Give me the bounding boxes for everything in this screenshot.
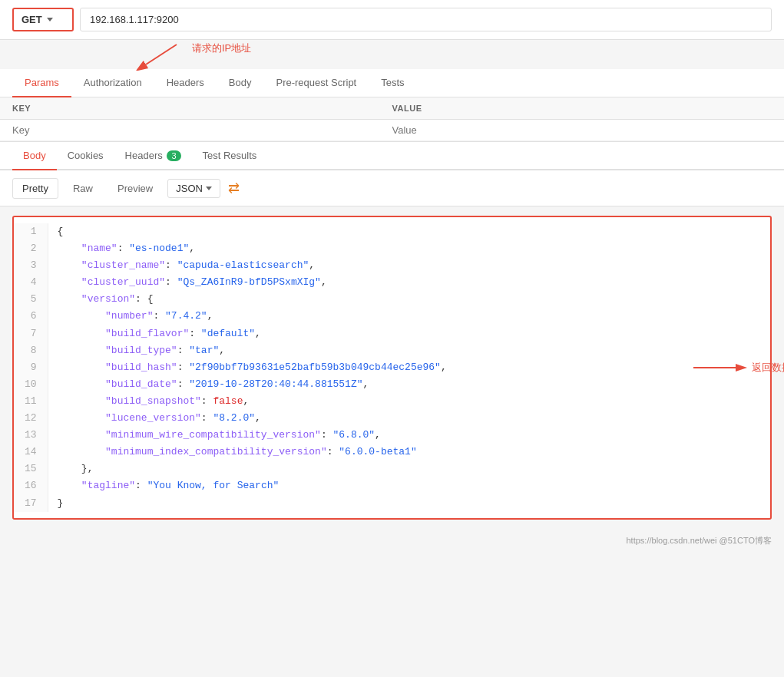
tabs-bar: Params Authorization Headers Body Pre-re… <box>0 69 784 97</box>
line-numbers: 12345 678910 1112131415 1617 <box>14 223 48 512</box>
kv-section: KEY VALUE <box>0 97 784 142</box>
url-input[interactable] <box>80 8 772 31</box>
return-annotation: 返回数据 <box>693 360 784 375</box>
kv-key-input[interactable] <box>12 124 392 136</box>
kv-row <box>0 120 784 141</box>
method-label: GET <box>22 14 42 25</box>
ip-annotation-text: 请求的IP地址 <box>192 41 251 55</box>
pretty-btn[interactable]: Pretty <box>12 178 58 199</box>
watermark: https://blog.csdn.net/wei @51CTO博客 <box>0 529 784 553</box>
json-chevron-icon <box>206 187 212 190</box>
tab-headers[interactable]: Headers <box>154 69 217 97</box>
kv-header: KEY VALUE <box>0 97 784 120</box>
wrap-icon[interactable]: ⇄ <box>225 177 243 200</box>
format-toolbar: Pretty Raw Preview JSON ⇄ <box>0 170 784 206</box>
method-dropdown[interactable]: GET <box>12 8 74 31</box>
svg-line-0 <box>146 45 177 64</box>
resp-tab-cookies[interactable]: Cookies <box>57 142 114 170</box>
resp-tab-body[interactable]: Body <box>12 142 57 170</box>
raw-btn[interactable]: Raw <box>63 178 103 199</box>
main-wrapper: GET 请求的IP地址 Params <box>0 0 784 677</box>
kv-key-header: KEY <box>12 104 392 113</box>
url-bar: GET <box>0 0 784 40</box>
top-section: GET 请求的IP地址 Params <box>0 0 784 142</box>
json-area: 12345 678910 1112131415 1617 { "name": "… <box>12 216 772 520</box>
tab-authorization[interactable]: Authorization <box>71 69 154 97</box>
preview-btn[interactable]: Preview <box>108 178 163 199</box>
tab-body[interactable]: Body <box>217 69 264 97</box>
tab-pre-request[interactable]: Pre-request Script <box>263 69 369 97</box>
json-content: 12345 678910 1112131415 1617 { "name": "… <box>14 217 770 518</box>
code-lines: { "name": "es-node1", "cluster_name": "c… <box>48 223 770 512</box>
return-arrow-svg <box>693 360 747 375</box>
return-label: 返回数据 <box>752 361 784 375</box>
response-tabs-bar: Body Cookies Headers 3 Test Results <box>0 142 784 170</box>
kv-value-input[interactable] <box>392 124 772 136</box>
svg-marker-3 <box>736 364 747 372</box>
ip-annotation-wrap: 请求的IP地址 <box>131 41 251 71</box>
annotation-row: 请求的IP地址 <box>0 40 784 69</box>
json-dropdown[interactable]: JSON <box>167 179 220 198</box>
response-section: Body Cookies Headers 3 Test Results Pret… <box>0 142 784 520</box>
tab-params[interactable]: Params <box>12 69 71 97</box>
headers-badge: 3 <box>167 150 180 161</box>
tab-tests[interactable]: Tests <box>369 69 416 97</box>
resp-tab-headers[interactable]: Headers 3 <box>114 142 192 170</box>
json-output-container: 12345 678910 1112131415 1617 { "name": "… <box>0 216 784 520</box>
kv-value-header: VALUE <box>392 104 772 113</box>
ip-arrow-svg <box>131 41 192 71</box>
chevron-down-icon <box>47 18 53 21</box>
resp-tab-test-results[interactable]: Test Results <box>192 142 268 170</box>
